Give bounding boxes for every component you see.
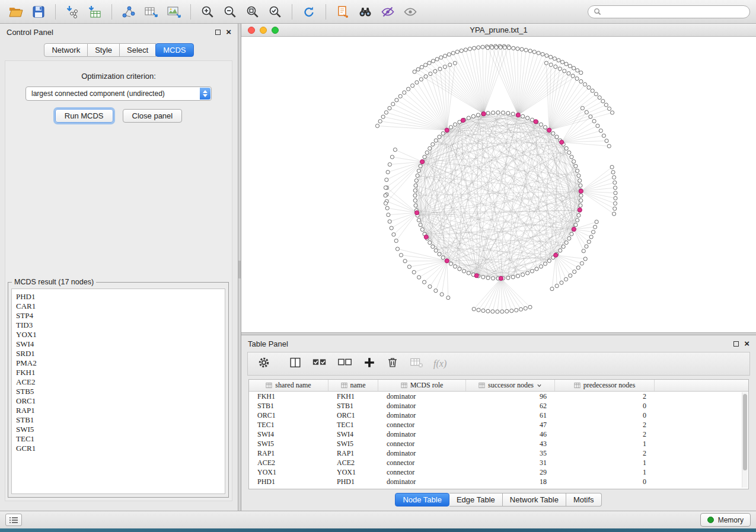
table-scrollbar[interactable] (742, 392, 748, 488)
export-table-icon (143, 5, 159, 19)
import-network-button[interactable] (62, 3, 82, 21)
cell-shared-name: YOX1 (249, 467, 328, 477)
zoom-fit-button[interactable] (243, 3, 263, 21)
export-table-button[interactable] (141, 3, 161, 21)
task-history-button[interactable] (5, 514, 22, 526)
mcds-result-item[interactable]: STP4 (16, 311, 225, 321)
column-header-predecessor-nodes[interactable]: predecessor nodes (555, 380, 655, 391)
close-panel-icon[interactable]: × (226, 29, 231, 35)
tab-motifs[interactable]: Motifs (566, 493, 602, 507)
trash-icon (386, 356, 399, 369)
cell-successor-nodes: 61 (466, 411, 555, 420)
mcds-result-item[interactable]: TID3 (16, 321, 225, 330)
memory-button[interactable]: Memory (700, 513, 751, 527)
tab-network[interactable]: Network (44, 43, 88, 57)
mcds-result-item[interactable]: STB5 (16, 387, 225, 396)
mcds-result-item[interactable]: ACE2 (16, 377, 225, 387)
mcds-result-item[interactable]: ORC1 (16, 396, 225, 406)
save-button[interactable] (28, 3, 49, 21)
open-button[interactable] (6, 3, 26, 21)
tab-network-table[interactable]: Network Table (503, 493, 566, 507)
mcds-result-item[interactable]: TEC1 (16, 434, 225, 444)
close-panel-icon[interactable]: × (744, 341, 749, 347)
import-table-button[interactable] (85, 3, 105, 21)
table-row[interactable]: SWI4SWI4dominator462 (249, 430, 748, 439)
tab-style[interactable]: Style (88, 43, 120, 57)
mcds-result-list[interactable]: PHD1CAR1STP4TID3YOX1SWI4SRD1PMA2FKH1ACE2… (11, 289, 225, 494)
select-all-button[interactable] (312, 356, 327, 371)
table-settings-button[interactable] (257, 356, 270, 371)
memory-status-icon (707, 517, 714, 523)
mcds-result-group: MCDS result (17 nodes) PHD1CAR1STP4TID3Y… (8, 278, 229, 498)
delete-column-button[interactable] (386, 356, 399, 371)
column-header-shared-name[interactable]: shared name (249, 380, 328, 391)
table-row[interactable]: ACE2ACE2connector311 (249, 458, 748, 467)
function-builder-button: f(x) (433, 358, 446, 369)
column-header-successor-nodes[interactable]: successor nodes (466, 380, 555, 391)
mcds-result-item[interactable]: PHD1 (16, 292, 225, 302)
column-header-name[interactable]: name (328, 380, 378, 391)
close-window-button[interactable] (248, 27, 255, 34)
clone-network-button[interactable] (333, 3, 353, 21)
zoom-selected-button[interactable] (265, 3, 285, 21)
zoom-in-button[interactable] (197, 3, 218, 21)
tab-mcds[interactable]: MCDS (155, 43, 193, 57)
mcds-result-item[interactable]: CAR1 (16, 302, 225, 311)
zoom-out-button[interactable] (220, 3, 240, 21)
mcds-result-item[interactable]: YOX1 (16, 330, 225, 339)
table-row[interactable]: FKH1FKH1dominator962 (249, 392, 748, 401)
cell-filler (655, 467, 748, 477)
tab-select[interactable]: Select (120, 43, 156, 57)
cell-filler (655, 411, 748, 420)
criterion-value: largest connected component (undirected) (31, 89, 165, 98)
table-panel-tabs: Node TableEdge TableNetwork TableMotifs (241, 493, 756, 507)
network-graph[interactable] (241, 37, 756, 332)
tab-edge-table[interactable]: Edge Table (449, 493, 503, 507)
table-row[interactable]: STB1STB1dominator620 (249, 401, 748, 411)
table-row[interactable]: RAP1RAP1dominator352 (249, 448, 748, 458)
scrollbar-thumb[interactable] (743, 394, 747, 470)
import-table-disabled-button (409, 356, 423, 371)
mcds-result-item[interactable]: STB1 (16, 415, 225, 425)
optimization-criterion-select[interactable]: largest connected component (undirected) (25, 86, 212, 101)
network-titlebar[interactable]: YPA_prune.txt_1 (241, 24, 756, 37)
mcds-result-item[interactable]: GCR1 (16, 444, 225, 453)
refresh-button[interactable] (299, 3, 319, 21)
zoom-window-button[interactable] (272, 27, 279, 34)
float-panel-icon[interactable] (733, 341, 739, 347)
mcds-result-item[interactable]: SWI5 (16, 425, 225, 434)
float-panel-icon[interactable] (215, 30, 221, 35)
mcds-result-item[interactable]: RAP1 (16, 406, 225, 415)
cell-filler (655, 458, 748, 467)
close-panel-button[interactable]: Close panel (123, 109, 183, 123)
mcds-result-item[interactable]: FKH1 (16, 368, 225, 377)
first-neighbors-button[interactable] (355, 3, 375, 21)
mcds-result-item[interactable]: SWI4 (16, 339, 225, 349)
save-floppy-icon (31, 5, 46, 19)
add-column-button[interactable] (363, 356, 376, 371)
new-network-button[interactable] (119, 3, 139, 21)
splitter-grip[interactable] (238, 261, 241, 278)
run-mcds-button[interactable]: Run MCDS (55, 109, 113, 123)
column-header-mcds-role[interactable]: MCDS role (378, 380, 466, 391)
table-row[interactable]: SWI5SWI5connector431 (249, 439, 748, 448)
mcds-result-item[interactable]: SRD1 (16, 349, 225, 358)
tab-node-table[interactable]: Node Table (395, 493, 449, 507)
export-image-button[interactable] (164, 3, 184, 21)
show-hidden-button[interactable] (400, 3, 420, 21)
network-canvas[interactable] (241, 37, 756, 332)
search-box[interactable] (588, 5, 750, 18)
mcds-result-item[interactable]: PMA2 (16, 358, 225, 368)
hide-selected-button[interactable] (378, 3, 398, 21)
table-row[interactable]: ORC1ORC1dominator610 (249, 411, 748, 420)
table-row[interactable]: PHD1PHD1dominator180 (249, 477, 748, 486)
table-row[interactable]: TEC1TEC1connector472 (249, 420, 748, 430)
cell-shared-name: RAP1 (249, 448, 328, 458)
deselect-all-button[interactable] (337, 356, 353, 371)
search-input[interactable] (604, 8, 744, 16)
toolbar-separator (326, 4, 326, 20)
minimize-window-button[interactable] (260, 27, 267, 34)
table-row[interactable]: YOX1YOX1connector291 (249, 467, 748, 477)
column-layout-button[interactable] (289, 356, 302, 371)
toolbar-separator (55, 4, 56, 20)
